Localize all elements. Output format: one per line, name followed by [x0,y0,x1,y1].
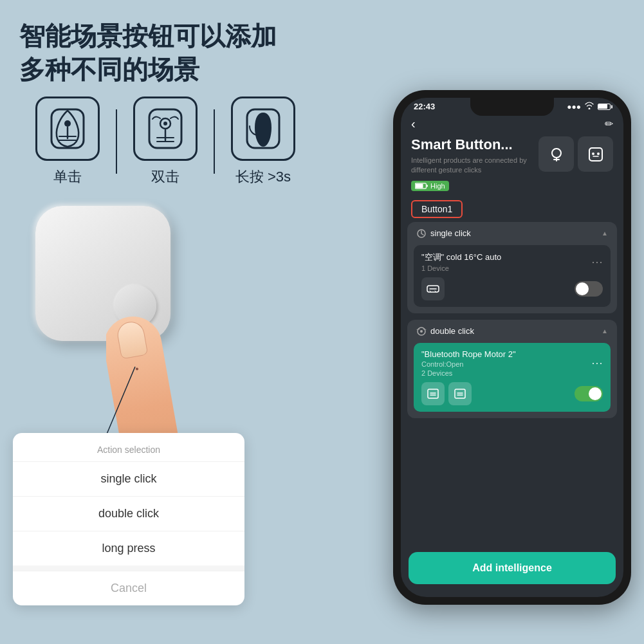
motor-card-title: "Bluetooth Rope Motor 2" [421,349,516,359]
long-press-label: 长按 >3s [235,167,291,187]
double-click-icon [133,97,198,161]
add-intelligence-button[interactable]: Add intelligence [409,552,616,584]
svg-point-17 [420,330,423,333]
double-click-label: 双击 [151,167,179,187]
ac-action-card: "空调" cold 16°C auto 1 Device ⋯ [414,245,611,307]
motor-card-subtitle1: Control:Open [421,360,516,368]
double-click-section: double click ▲ "Bluetooth Rope Motor 2" … [407,320,617,418]
phone-frame: 22:43 ●●● ‹ [393,90,631,605]
scroll-content: single click ▲ "空调" cold 16°C auto 1 Dev… [401,222,623,554]
long-press-icon-item: 长按 >3s [215,97,311,187]
phone: 22:43 ●●● ‹ [393,90,631,605]
light-thumb [538,136,574,172]
signal-icon: ●●● [567,102,581,111]
edit-button[interactable]: ✏ [605,118,613,130]
ac-card-title: "空调" cold 16°C auto [421,252,501,263]
device-name: Smart Button... [411,136,538,153]
double-click-icon-item: 双击 [117,97,214,187]
device-hero: Smart Button... Intelligent products are… [401,136,623,196]
battery-label: High [430,182,445,190]
svg-point-12 [592,152,594,155]
double-click-header[interactable]: double click ▲ [407,320,617,343]
popup-single-click[interactable]: single click [13,461,244,496]
device-status: High [411,181,538,191]
double-click-section-icon [416,326,427,336]
popup-double-click[interactable]: double click [13,496,244,531]
ac-card-header: "空调" cold 16°C auto 1 Device ⋯ [421,252,603,272]
battery-status-icon [415,183,428,189]
single-click-icon [35,97,100,161]
svg-rect-11 [589,148,602,161]
single-click-section: single click ▲ "空调" cold 16°C auto 1 Dev… [407,222,617,313]
svg-rect-8 [416,183,423,188]
motor-device-icon-2 [448,382,472,405]
back-button[interactable]: ‹ [411,116,416,131]
double-click-collapse-arrow[interactable]: ▲ [602,327,608,335]
gesture-icons-row: 单击 双击 长按 >3s [19,97,311,187]
device-info: Smart Button... Intelligent products are… [411,136,538,191]
status-icons: ●●● [567,102,611,111]
double-click-title: double click [416,326,474,336]
motor-card-header: "Bluetooth Rope Motor 2" Control:Open 2 … [421,349,603,377]
motor-action-card: "Bluetooth Rope Motor 2" Control:Open 2 … [414,343,611,412]
device-thumbnails [538,136,613,172]
outlet-thumb [578,136,613,172]
svg-rect-19 [455,389,465,398]
single-click-title: single click [416,228,471,239]
single-click-icon-item: 单击 [19,97,116,187]
svg-point-13 [597,152,600,155]
single-click-collapse-arrow[interactable]: ▲ [602,230,608,237]
motor-card-more[interactable]: ⋯ [591,356,603,370]
svg-rect-18 [428,389,438,398]
svg-point-4 [163,122,167,125]
ac-card-more[interactable]: ⋯ [591,255,603,269]
action-selection-popup: Action selection single click double cli… [13,433,244,605]
ac-toggle[interactable] [575,281,603,297]
motor-toggle[interactable] [575,386,603,401]
svg-point-1 [64,120,71,127]
phone-notch [470,98,554,116]
svg-point-10 [552,149,561,158]
popup-divider [13,566,244,571]
ac-device-icon [421,277,445,300]
long-press-icon [231,97,295,161]
motor-device-icon-1 [421,382,445,405]
button-tag[interactable]: Button1 [411,200,463,218]
popup-cancel[interactable]: Cancel [13,571,244,605]
ac-card-subtitle: 1 Device [421,264,501,272]
ac-device-icons [421,277,445,300]
wifi-icon [585,102,594,111]
single-click-header[interactable]: single click ▲ [407,222,617,245]
button-selector: Button1 [401,196,623,222]
page-heading: 智能场景按钮可以添加 多种不同的场景 [19,19,277,86]
device-description: Intelligent products are connected by di… [411,156,538,176]
ac-card-devices [421,277,603,300]
status-time: 22:43 [414,102,435,111]
motor-card-devices [421,382,603,405]
motor-device-icons [421,382,472,405]
motor-card-subtitle2: 2 Devices [421,369,516,377]
popup-long-press[interactable]: long press [13,531,244,566]
popup-title: Action selection [13,433,244,461]
single-click-section-icon [416,228,427,239]
phone-screen: 22:43 ●●● ‹ [401,98,623,597]
battery-icon [598,104,611,110]
svg-rect-9 [427,185,428,187]
single-click-label: 单击 [53,167,82,187]
